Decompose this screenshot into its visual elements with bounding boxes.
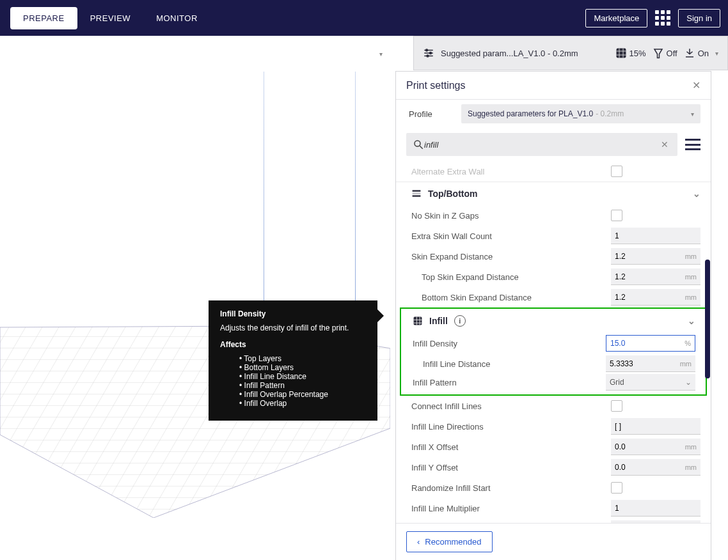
tooltip-affects-item: Infill Overlap Percentage (239, 390, 366, 399)
print-params-bar[interactable]: Suggested param...LA_V1.0 - 0.2mm 15% Of… (413, 36, 728, 70)
input-field[interactable]: % (606, 335, 695, 352)
svg-rect-11 (413, 190, 421, 191)
support-icon (653, 47, 664, 59)
setting-bottom-skin-expand: Bottom Skin Expand Distance mm (396, 287, 711, 307)
select-value: Grid (610, 378, 624, 387)
settings-scroll[interactable]: Alternate Extra Wall Top/Bottom ⌄ No Ski… (396, 161, 711, 523)
recommended-button[interactable]: ‹ Recommended (406, 531, 493, 552)
close-icon[interactable]: ✕ (692, 79, 700, 91)
chevron-down-icon: ▾ (379, 51, 383, 58)
search-icon (413, 139, 424, 150)
infill-icon (615, 47, 627, 59)
setting-infill-line-multiplier: Infill Line Multiplier (396, 498, 711, 518)
checkbox[interactable] (611, 166, 622, 177)
input-field[interactable]: mm (611, 459, 700, 476)
setting-label: Randomize Infill Start (411, 483, 611, 493)
params-adhesion: On (684, 47, 709, 59)
infill-icon (413, 316, 423, 326)
signin-button[interactable]: Sign in (678, 9, 720, 27)
search-input[interactable] (424, 140, 658, 150)
select-field[interactable]: Grid⌄ (606, 374, 695, 391)
value-input[interactable] (615, 272, 685, 281)
search-box[interactable]: ✕ (406, 133, 677, 156)
unit-label: mm (685, 463, 697, 471)
checkbox[interactable] (611, 400, 622, 412)
setting-label: Infill Line Directions (411, 422, 611, 432)
value-input[interactable] (615, 252, 685, 261)
setting-infill-pattern: Infill Pattern Grid⌄ (401, 374, 706, 394)
tooltip-affects-item: Infill Pattern (239, 381, 366, 390)
setting-alternate-extra-wall: Alternate Extra Wall (396, 161, 711, 182)
tab-prepare[interactable]: PREPARE (10, 7, 77, 29)
input-field[interactable]: mm (611, 248, 700, 265)
scrollbar-thumb[interactable] (705, 260, 710, 378)
setting-infill-density: Infill Density % (401, 333, 706, 354)
settings-sliders-icon (423, 47, 434, 59)
input-field[interactable]: mm (611, 439, 700, 455)
tab-monitor[interactable]: MONITOR (143, 7, 210, 29)
value-input[interactable] (610, 339, 684, 348)
tooltip-affects-item: Infill Overlap (239, 399, 366, 408)
unit-label: % (684, 339, 691, 347)
section-top-bottom[interactable]: Top/Bottom ⌄ (396, 182, 711, 205)
setting-skin-expand-distance: Skin Expand Distance mm (396, 246, 711, 267)
panel-header: Print settings ✕ (396, 72, 711, 100)
value-input[interactable] (615, 422, 697, 431)
menu-icon[interactable] (685, 139, 700, 150)
chevron-down-icon: ⌄ (693, 189, 700, 199)
params-main[interactable]: Suggested param...LA_V1.0 - 0.2mm (423, 47, 578, 59)
input-field[interactable] (611, 500, 700, 517)
section-infill[interactable]: Infill i ⌄ (401, 309, 706, 333)
chevron-down-icon: ⌄ (688, 316, 695, 326)
svg-point-5 (427, 55, 429, 57)
svg-rect-13 (413, 195, 421, 196)
setting-infill-y-offset: Infill Y Offset mm (396, 457, 711, 478)
tooltip-affects-item: Infill Line Distance (239, 372, 366, 381)
svg-point-9 (415, 141, 420, 146)
value-input[interactable] (615, 231, 697, 240)
input-field[interactable]: mm (611, 268, 700, 285)
tooltip-affects-list: Top Layers Bottom Layers Infill Line Dis… (220, 354, 366, 408)
checkbox[interactable] (611, 482, 622, 494)
clear-search-icon[interactable]: ✕ (658, 139, 671, 150)
setting-top-skin-expand: Top Skin Expand Distance mm (396, 267, 711, 287)
setting-label: Infill X Offset (411, 442, 611, 452)
value-input[interactable] (615, 504, 697, 513)
tab-preview[interactable]: PREVIEW (77, 7, 143, 29)
input-field[interactable] (611, 418, 700, 435)
profile-value: Suggested parameters for PLA_V1.0 (468, 109, 593, 118)
unit-label: mm (685, 443, 697, 451)
svg-rect-12 (413, 192, 421, 194)
top-bar: PREPARE PREVIEW MONITOR Marketplace Sign… (0, 0, 728, 36)
mode-tabs: PREPARE PREVIEW MONITOR (10, 7, 210, 29)
main-dropdown[interactable]: ▾ (0, 36, 395, 72)
tooltip-description: Adjusts the density of infill of the pri… (220, 323, 366, 332)
setting-connect-infill-lines: Connect Infill Lines (396, 396, 711, 416)
params-infill: 15% (615, 47, 646, 59)
input-field[interactable] (611, 228, 700, 244)
setting-label: Bottom Skin Expand Distance (422, 293, 611, 302)
setting-label: Infill Line Distance (423, 359, 606, 369)
unit-label: mm (685, 253, 697, 260)
info-icon[interactable]: i (454, 315, 466, 327)
marketplace-button[interactable]: Marketplace (585, 9, 647, 27)
value-input[interactable] (615, 442, 685, 451)
value-input[interactable] (610, 359, 680, 368)
input-field[interactable] (611, 520, 700, 523)
svg-rect-14 (414, 317, 422, 325)
chevron-down-icon: ▾ (691, 111, 694, 118)
value-input[interactable] (615, 463, 685, 472)
setting-label: No Skin in Z Gaps (411, 211, 611, 221)
section-title: Infill (429, 316, 448, 326)
unit-label: mm (680, 360, 692, 368)
input-field[interactable]: mm (606, 355, 695, 372)
input-field[interactable]: mm (611, 289, 700, 306)
setting-label: Extra Skin Wall Count (411, 231, 611, 241)
checkbox[interactable] (611, 210, 622, 221)
apps-icon[interactable] (655, 10, 670, 26)
profile-select[interactable]: Suggested parameters for PLA_V1.0 - 0.2m… (461, 104, 700, 123)
tooltip-affects-label: Affects (220, 340, 366, 349)
tooltip-infill-density: Infill Density Adjusts the density of in… (209, 300, 377, 421)
setting-no-skin-z-gaps: No Skin in Z Gaps (396, 205, 711, 226)
value-input[interactable] (615, 293, 685, 302)
